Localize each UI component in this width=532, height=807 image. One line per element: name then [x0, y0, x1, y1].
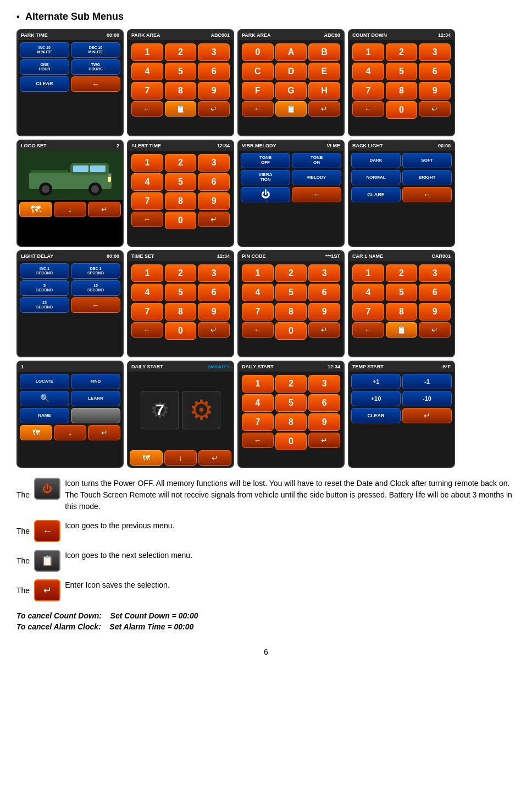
cd-key-2[interactable]: 2 [386, 43, 418, 61]
search-btn[interactable]: 🔍 [20, 391, 69, 406]
find-btn[interactable]: FIND [71, 374, 120, 389]
vibr-back-btn[interactable]: ← [292, 187, 341, 202]
at-key-3[interactable]: 3 [198, 154, 230, 172]
pc-back-btn[interactable]: ← [242, 322, 274, 338]
at-key-4[interactable]: 4 [131, 173, 163, 191]
at-key-8[interactable]: 8 [165, 192, 197, 210]
two-hours-btn[interactable]: TWOHOURS [71, 59, 120, 75]
cd-key-7[interactable]: 7 [352, 82, 384, 100]
at-key-0[interactable]: 0 [165, 212, 197, 229]
learn-btn[interactable]: LEARN [71, 391, 120, 406]
cd-enter-btn[interactable]: ↵ [419, 101, 451, 117]
at-enter-btn[interactable]: ↵ [198, 212, 230, 227]
pc-key-5[interactable]: 5 [275, 284, 307, 301]
pc-key-9[interactable]: 9 [308, 303, 340, 320]
cd-key-6[interactable]: 6 [419, 63, 451, 80]
next-btn2[interactable]: 📋 [275, 101, 307, 117]
dec-10-min-btn[interactable]: DEC 10MINUTE [71, 42, 120, 58]
inc-10-min-btn[interactable]: INC 10MINUTE [20, 42, 69, 58]
key-C[interactable]: C [242, 63, 274, 80]
day-7-icon[interactable]: ⚙ 7 [141, 391, 179, 429]
at-back-btn[interactable]: ← [131, 212, 163, 227]
logo-map-btn[interactable]: 🗺 [19, 202, 52, 217]
dst-key-5[interactable]: 5 [275, 394, 307, 412]
locate-down-btn[interactable]: ↓ [54, 425, 86, 440]
dst-key-2[interactable]: 2 [275, 375, 307, 393]
key-G[interactable]: G [275, 82, 307, 100]
cn-next-btn[interactable]: 📋 [386, 322, 418, 338]
tone-on-btn[interactable]: TONEON [292, 153, 341, 168]
ts-key-7[interactable]: 7 [131, 303, 163, 320]
cn-key-7[interactable]: 7 [352, 303, 384, 320]
cd-key-8[interactable]: 8 [386, 82, 418, 100]
key-A[interactable]: A [275, 43, 307, 61]
cn-key-1[interactable]: 1 [352, 264, 384, 282]
ts-key-4[interactable]: 4 [131, 284, 163, 301]
back-btn[interactable]: ← [131, 101, 163, 117]
power-off-btn[interactable]: ⏻ [241, 187, 290, 202]
cd-key-0[interactable]: 0 [386, 101, 418, 119]
dst-key-1[interactable]: 1 [242, 375, 274, 393]
dec-1sec-btn[interactable]: DEC 1SECOND [71, 263, 120, 279]
cn-key-5[interactable]: 5 [386, 284, 418, 301]
cd-key-5[interactable]: 5 [386, 63, 418, 80]
cd-key-3[interactable]: 3 [419, 43, 451, 61]
ts-key-6[interactable]: 6 [198, 284, 230, 301]
key-7[interactable]: 7 [131, 82, 163, 100]
key-6[interactable]: 6 [198, 63, 230, 80]
10sec-btn[interactable]: 10SECOND [71, 280, 120, 296]
key-8[interactable]: 8 [165, 82, 197, 100]
bright-btn[interactable]: BRIGHT [402, 170, 452, 185]
at-key-7[interactable]: 7 [131, 192, 163, 210]
dd-map-btn[interactable]: 🗺 [130, 450, 163, 466]
ts-key-1[interactable]: 1 [131, 264, 163, 282]
temp-clear-btn[interactable]: CLEAR [351, 408, 401, 423]
one-hour-btn[interactable]: ONEHOUR [20, 59, 69, 75]
dst-key-9[interactable]: 9 [308, 413, 340, 431]
ts-key-5[interactable]: 5 [165, 284, 197, 301]
soft-btn[interactable]: SOFT [402, 153, 452, 168]
pc-key-7[interactable]: 7 [242, 303, 274, 320]
cd-key-4[interactable]: 4 [352, 63, 384, 80]
pc-key-2[interactable]: 2 [275, 264, 307, 282]
15sec-btn[interactable]: 15SECOND [20, 297, 69, 313]
cn-key-9[interactable]: 9 [419, 303, 451, 320]
dst-key-6[interactable]: 6 [308, 394, 340, 412]
key-E[interactable]: E [308, 63, 340, 80]
dst-key-0[interactable]: 0 [275, 433, 307, 450]
ts-key-9[interactable]: 9 [198, 303, 230, 320]
key-3[interactable]: 3 [198, 43, 230, 61]
plus-1-btn[interactable]: +1 [351, 374, 401, 389]
at-key-2[interactable]: 2 [165, 154, 197, 172]
name-btn[interactable]: NAME [20, 408, 69, 423]
key-B[interactable]: B [308, 43, 340, 61]
key-1[interactable]: 1 [131, 43, 163, 61]
pc-key-4[interactable]: 4 [242, 284, 274, 301]
at-key-6[interactable]: 6 [198, 173, 230, 191]
bl-back-btn[interactable]: ← [402, 187, 452, 202]
pc-key-6[interactable]: 6 [308, 284, 340, 301]
enter-btn2[interactable]: ↵ [308, 101, 340, 117]
back-nav-btn[interactable]: ← [71, 76, 120, 92]
ld-back-btn[interactable]: ← [71, 297, 120, 313]
ts-key-8[interactable]: 8 [165, 303, 197, 320]
key-5[interactable]: 5 [165, 63, 197, 80]
ts-enter-btn[interactable]: ↵ [198, 322, 230, 338]
cn-key-6[interactable]: 6 [419, 284, 451, 301]
5sec-btn[interactable]: 5SECOND [20, 280, 69, 296]
locate-btn[interactable]: LOCATE [20, 374, 69, 389]
dd-enter-btn[interactable]: ↵ [198, 450, 231, 466]
pc-key-0[interactable]: 0 [275, 322, 307, 340]
plus-10-btn[interactable]: +10 [351, 391, 401, 406]
key-F[interactable]: F [242, 82, 274, 100]
key-9[interactable]: 9 [198, 82, 230, 100]
locate-enter-btn[interactable]: ↵ [88, 425, 120, 440]
temp-enter-btn[interactable]: ↵ [402, 408, 452, 423]
key-4[interactable]: 4 [131, 63, 163, 80]
key-D[interactable]: D [275, 63, 307, 80]
cn-key-3[interactable]: 3 [419, 264, 451, 282]
cd-key-1[interactable]: 1 [352, 43, 384, 61]
key-0[interactable]: 0 [242, 43, 274, 61]
next-btn[interactable]: 📋 [165, 101, 197, 117]
pc-key-8[interactable]: 8 [275, 303, 307, 320]
